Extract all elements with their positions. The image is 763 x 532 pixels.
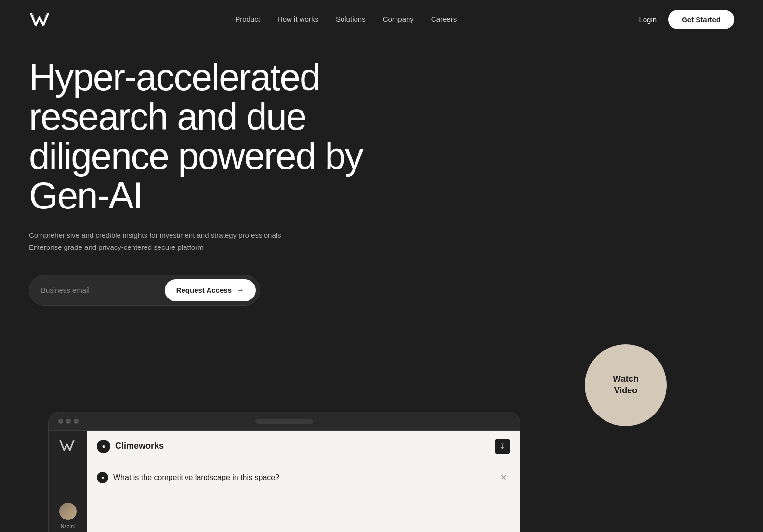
mockup-query-row: ● What is the competitive landscape in t… bbox=[87, 462, 520, 493]
email-form: Request Access → bbox=[29, 275, 260, 306]
query-text: What is the competitive landscape in thi… bbox=[113, 473, 497, 482]
company-name: Climeworks bbox=[115, 441, 164, 451]
nav-actions: Login Get Started bbox=[639, 10, 734, 29]
navbar: Product How it works Solutions Company C… bbox=[0, 0, 763, 39]
hero-subtitle-line2: Enterprise grade and privacy-centered se… bbox=[29, 241, 405, 254]
get-started-button[interactable]: Get Started bbox=[668, 10, 734, 29]
topbar-search-bar bbox=[255, 419, 313, 424]
mockup-main-panel: ● Climeworks ↧ ● What is the competitive… bbox=[87, 431, 520, 532]
company-search-icon: ● bbox=[97, 440, 110, 453]
logo[interactable] bbox=[29, 10, 53, 29]
request-access-button[interactable]: Request Access → bbox=[165, 279, 256, 301]
nav-product[interactable]: Product bbox=[235, 15, 260, 23]
hero-section: Hyper-accelerated research and due dilig… bbox=[0, 39, 434, 306]
download-icon: ↧ bbox=[500, 442, 505, 450]
mockup-topbar bbox=[49, 412, 520, 431]
nav-careers[interactable]: Careers bbox=[431, 15, 457, 23]
user-avatar bbox=[59, 503, 77, 520]
download-button[interactable]: ↧ bbox=[495, 439, 510, 454]
watch-video-label-line1: Watch bbox=[613, 374, 638, 385]
window-controls bbox=[58, 419, 79, 424]
window-dot-1 bbox=[58, 419, 63, 424]
email-input[interactable] bbox=[41, 286, 161, 294]
arrow-icon: → bbox=[237, 286, 244, 295]
hero-subtitle: Comprehensive and credible insights for … bbox=[29, 229, 405, 254]
user-name: Naomi bbox=[61, 524, 75, 529]
nav-how-it-works[interactable]: How it works bbox=[277, 15, 318, 23]
bottom-section: Watch Video Naomi bbox=[0, 335, 763, 532]
mockup-content: Naomi ● Climeworks ↧ bbox=[49, 431, 520, 532]
nav-links: Product How it works Solutions Company C… bbox=[235, 15, 457, 24]
app-mockup: Naomi ● Climeworks ↧ bbox=[48, 412, 520, 532]
hero-title: Hyper-accelerated research and due dilig… bbox=[29, 58, 405, 216]
window-dot-3 bbox=[74, 419, 79, 424]
watch-video-button[interactable]: Watch Video bbox=[585, 344, 667, 426]
hero-subtitle-line1: Comprehensive and credible insights for … bbox=[29, 229, 405, 242]
window-dot-2 bbox=[66, 419, 71, 424]
nav-company[interactable]: Company bbox=[383, 15, 414, 23]
mockup-header-row: ● Climeworks ↧ bbox=[87, 431, 520, 462]
close-query-button[interactable]: ✕ bbox=[497, 471, 510, 484]
watch-video-label-line2: Video bbox=[614, 385, 638, 396]
mockup-sidebar: Naomi bbox=[49, 431, 87, 532]
close-icon: ✕ bbox=[500, 473, 507, 482]
nav-solutions[interactable]: Solutions bbox=[336, 15, 366, 23]
login-button[interactable]: Login bbox=[639, 15, 657, 24]
query-search-icon: ● bbox=[97, 472, 108, 483]
